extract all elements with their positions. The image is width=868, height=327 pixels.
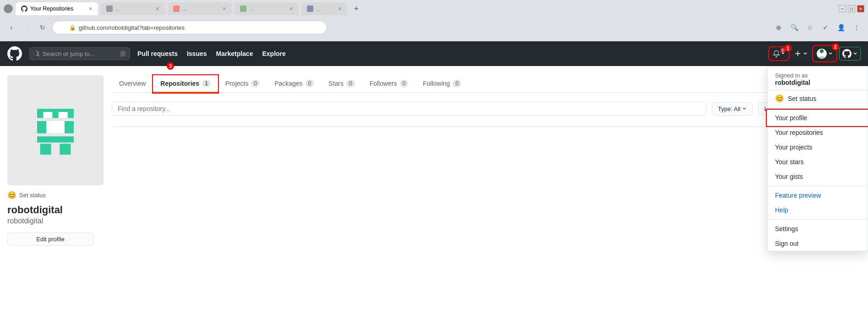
url-text: github.com/robotdigital?tab=repositories <box>79 24 185 31</box>
back-btn[interactable]: ‹ <box>5 22 17 33</box>
avatar-container <box>7 75 104 185</box>
emoji-icon: 😊 <box>7 191 16 200</box>
tab4-close[interactable]: ✕ <box>289 6 293 12</box>
dropdown-item-your-projects[interactable]: Your projects <box>768 140 868 155</box>
dropdown-item-your-profile[interactable]: Your profile <box>768 111 868 125</box>
content-area: 3 Overview Repositories 1 Projects 0 Pac… <box>101 66 868 327</box>
search-browser-icon[interactable]: 🔍 <box>788 22 800 33</box>
repo-toolbar: 4 Type: All Language: All New <box>112 102 857 116</box>
header-notifications-area: 1 1 <box>770 48 788 59</box>
tab3-favicon <box>173 6 180 12</box>
new-repo-header-btn[interactable] <box>792 48 810 59</box>
type-chevron-icon <box>742 106 747 111</box>
tab-projects[interactable]: Projects 0 <box>218 75 267 93</box>
avatar-image <box>23 94 87 167</box>
header-avatar <box>817 49 827 59</box>
dropdown-divider-1 <box>768 108 868 109</box>
svg-point-0 <box>4 4 13 13</box>
tab2-close[interactable]: ✕ <box>155 6 159 12</box>
dropdown-item-feature-preview[interactable]: Feature preview <box>768 188 868 203</box>
tab5-favicon <box>307 6 313 12</box>
set-status-row[interactable]: 😊 Set status <box>7 191 93 200</box>
translate-icon[interactable]: ⊕ <box>773 22 785 33</box>
tab-5[interactable]: ... ✕ <box>301 2 347 15</box>
tab-followers[interactable]: Followers 0 <box>362 75 416 93</box>
type-filter-btn[interactable]: Type: All <box>712 102 753 116</box>
dropdown-item-your-repos[interactable]: Your repositories <box>768 125 868 140</box>
dropdown-item-help[interactable]: Help <box>768 203 868 217</box>
tab-packages[interactable]: Packages 0 <box>267 75 321 93</box>
search-box[interactable]: Search or jump to... / <box>29 47 130 60</box>
edit-profile-btn[interactable]: Edit profile <box>7 233 93 246</box>
tab-favicon <box>21 6 27 12</box>
tab5-label: ... <box>316 6 320 11</box>
nav-pull-requests[interactable]: Pull requests <box>137 50 178 57</box>
dropdown-divider-2 <box>768 186 868 186</box>
tab-3[interactable]: ... ✕ <box>168 2 232 15</box>
browser-favicon <box>4 4 13 13</box>
maximize-btn[interactable]: □ <box>848 5 855 12</box>
search-placeholder: Search or jump to... <box>43 50 94 57</box>
tab-repositories[interactable]: Repositories 1 <box>153 75 218 93</box>
github-logo[interactable] <box>7 46 22 61</box>
tab2-favicon <box>106 6 113 12</box>
nav-marketplace[interactable]: Marketplace <box>216 50 253 57</box>
stars-count-badge: 0 <box>346 80 355 87</box>
dropdown-item-your-stars[interactable]: Your stars <box>768 155 868 169</box>
tab-overview[interactable]: Overview <box>112 75 153 93</box>
github-icon-btn[interactable] <box>839 47 861 61</box>
gh-btn-chevron <box>853 51 857 56</box>
avatar-chevron-icon <box>828 51 833 56</box>
repo-search-input[interactable] <box>112 102 706 116</box>
address-input[interactable]: 🔒 github.com/robotdigital?tab=repositori… <box>52 21 327 34</box>
tab-close-btn[interactable]: ✕ <box>88 6 93 12</box>
search-icon <box>33 50 40 57</box>
window-controls: − □ ✕ <box>839 5 864 12</box>
gh-icon <box>842 49 852 58</box>
user-menu-btn[interactable]: 2 <box>814 47 835 61</box>
more-icon[interactable]: ⋮ <box>851 22 863 33</box>
tab-4[interactable]: ... ✕ <box>235 2 299 15</box>
tab-stars[interactable]: Stars 0 <box>321 75 362 93</box>
dropdown-item-settings[interactable]: Settings <box>768 222 868 236</box>
bookmark-icon[interactable]: ☆ <box>804 22 816 33</box>
dropdown-username: robotdigital <box>775 79 860 86</box>
dropdown-divider-3 <box>768 219 868 220</box>
address-bar: ‹ › ↻ 🔒 github.com/robotdigital?tab=repo… <box>0 17 868 38</box>
tab-strip: Your Repositories ✕ ... ✕ ... ✕ ... ✕ ..… <box>0 0 868 17</box>
plus-icon <box>794 50 802 57</box>
active-tab[interactable]: Your Repositories ✕ <box>16 2 98 15</box>
tab4-favicon <box>240 6 246 12</box>
profile-icon[interactable]: 👤 <box>835 22 847 33</box>
tab3-close[interactable]: ✕ <box>222 6 226 12</box>
followers-count-badge: 0 <box>400 80 409 87</box>
svg-rect-8 <box>37 136 74 142</box>
nav-explore[interactable]: Explore <box>262 50 285 57</box>
svg-rect-7 <box>46 121 65 133</box>
tab-following[interactable]: Following 0 <box>415 75 469 93</box>
tab-2[interactable]: ... ✕ <box>101 2 165 15</box>
nav-issues[interactable]: Issues <box>187 50 207 57</box>
tab4-label: ... <box>249 6 253 11</box>
lock-icon: 🔒 <box>69 24 76 31</box>
svg-rect-2 <box>37 109 74 118</box>
profile-tabs: 3 Overview Repositories 1 Projects 0 Pac… <box>112 75 857 93</box>
new-tab-btn[interactable]: + <box>350 2 363 15</box>
dropdown-item-your-gists[interactable]: Your gists <box>768 169 868 184</box>
repo-divider <box>112 127 857 127</box>
forward-btn[interactable]: › <box>21 22 33 33</box>
browser-chrome: Your Repositories ✕ ... ✕ ... ✕ ... ✕ ..… <box>0 0 868 41</box>
annotation-badge-3: 3 <box>167 62 174 70</box>
close-btn[interactable]: ✕ <box>857 5 864 12</box>
dropdown-item-sign-out[interactable]: Sign out <box>768 236 868 251</box>
tab5-close[interactable]: ✕ <box>338 6 342 12</box>
dropdown-set-status[interactable]: 😊 Set status <box>768 90 868 106</box>
following-count-badge: 0 <box>453 80 461 87</box>
sidebar: 😊 Set status robotdigital robotdigital E… <box>0 66 101 327</box>
tab-title: Your Repositories <box>30 6 73 12</box>
notifications-btn[interactable]: 1 <box>770 48 788 59</box>
minimize-btn[interactable]: − <box>839 5 846 12</box>
reload-btn[interactable]: ↻ <box>37 22 49 33</box>
svg-rect-9 <box>40 144 51 155</box>
header-right: 1 1 2 <box>770 47 861 61</box>
